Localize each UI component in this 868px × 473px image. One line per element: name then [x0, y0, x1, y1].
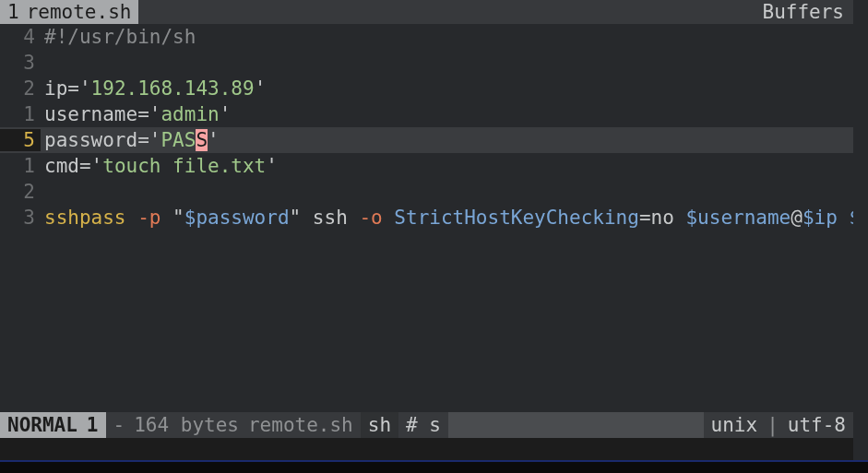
- tab-bar-spacer: [138, 0, 753, 24]
- line-text: ip='192.168.143.89': [41, 77, 853, 100]
- line-number: 3: [0, 207, 41, 229]
- status-filetype: sh: [361, 412, 398, 438]
- line-number: 2: [0, 181, 41, 203]
- line-number: 3: [0, 52, 41, 74]
- status-bar: NORMAL 1 - 164 bytes remote.sh sh # s un…: [0, 412, 853, 438]
- code-line[interactable]: 3sshpass -p "$password" ssh -o StrictHos…: [0, 205, 853, 231]
- line-number: 1: [0, 155, 41, 177]
- code-line[interactable]: 3: [0, 50, 853, 76]
- line-number: 4: [0, 26, 41, 48]
- line-text: cmd='touch file.txt': [41, 155, 853, 177]
- line-number: 5: [0, 129, 41, 151]
- line-text: password='PASS': [41, 129, 853, 151]
- status-encoding: unix | utf-8: [704, 412, 853, 438]
- status-file: - 164 bytes remote.sh: [106, 412, 361, 438]
- desktop-strip: [0, 462, 868, 473]
- code-line[interactable]: 4#!/usr/bin/sh: [0, 24, 853, 50]
- line-text: username='admin': [41, 103, 853, 125]
- cursor: S: [196, 129, 208, 151]
- code-line[interactable]: 2: [0, 179, 853, 205]
- status-spacer: [448, 412, 704, 438]
- code-line[interactable]: 1cmd='touch file.txt': [0, 153, 853, 179]
- tab-remote-sh[interactable]: 1 remote.sh: [0, 0, 138, 24]
- status-flags: # s: [398, 412, 448, 438]
- tab-bar: 1 remote.sh Buffers: [0, 0, 853, 24]
- buffers-button[interactable]: Buffers: [753, 0, 853, 24]
- tab-filename: remote.sh: [27, 1, 132, 23]
- code-area[interactable]: 4#!/usr/bin/sh32ip='192.168.143.89'1user…: [0, 24, 853, 412]
- editor-window: 1 remote.sh Buffers 4#!/usr/bin/sh32ip='…: [0, 0, 868, 462]
- code-line[interactable]: 2ip='192.168.143.89': [0, 76, 853, 101]
- command-line[interactable]: [0, 438, 853, 462]
- code-line[interactable]: 5password='PASS': [0, 127, 853, 153]
- code-line[interactable]: 1username='admin': [0, 101, 853, 127]
- line-number: 1: [0, 103, 41, 125]
- status-mode: NORMAL 1: [0, 412, 106, 438]
- line-text: sshpass -p "$password" ssh -o StrictHost…: [41, 207, 853, 229]
- tab-index: 1: [7, 1, 19, 23]
- line-number: 2: [0, 77, 41, 100]
- line-text: #!/usr/bin/sh: [41, 26, 853, 48]
